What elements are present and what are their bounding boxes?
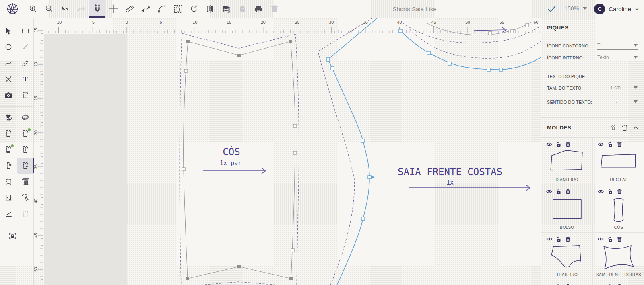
- rotate-button[interactable]: [186, 0, 202, 18]
- trash-icon[interactable]: [617, 189, 622, 195]
- collapse-chevron-up-icon[interactable]: [633, 126, 638, 129]
- add-point-button[interactable]: [105, 0, 122, 18]
- visibility-eye-icon[interactable]: [598, 236, 604, 242]
- mold-card[interactable]: CÓS: [593, 185, 644, 233]
- mold-copy-tool[interactable]: [17, 190, 33, 206]
- mold-stack-tool[interactable]: [17, 174, 33, 190]
- mold-thumbnail: [541, 149, 592, 176]
- zoom-level-select[interactable]: 150%: [563, 4, 588, 13]
- text-tool[interactable]: T: [17, 71, 33, 87]
- piques-field-row: SENTIDO DO TEXTO: →: [547, 96, 638, 106]
- sentido-do-texto-select[interactable]: →: [597, 99, 638, 106]
- mold-thumbnail: [593, 149, 644, 176]
- mold-card[interactable]: BOLSO: [541, 185, 593, 233]
- curve-edit-button[interactable]: [138, 0, 154, 18]
- svg-text:40: 40: [397, 20, 402, 25]
- mold-plain-tool[interactable]: [0, 125, 17, 141]
- mold-card[interactable]: REC LAT: [593, 138, 644, 185]
- toolbar: Shorts Saia Like 150% C Caroline: [0, 0, 644, 18]
- mold-side-piece-tool[interactable]: [0, 158, 17, 174]
- chevron-down-icon: [634, 100, 638, 103]
- lock-icon[interactable]: [607, 284, 613, 285]
- piece-cos-label: CÓS: [223, 146, 240, 158]
- mold-select-tool[interactable]: [17, 158, 33, 174]
- mold-name: DIANTEIRO: [541, 178, 592, 182]
- mold-large-view-icon[interactable]: [621, 124, 628, 131]
- mirror-button[interactable]: [202, 0, 218, 18]
- zoom-out-button[interactable]: [41, 0, 57, 18]
- base-mold-tool[interactable]: [17, 87, 33, 103]
- visibility-eye-icon[interactable]: [546, 283, 552, 285]
- lock-icon[interactable]: [607, 236, 613, 242]
- measure-tape-tool[interactable]: [17, 109, 33, 125]
- piece-cos[interactable]: CÓS 1x par: [180, 33, 299, 285]
- photo-tool[interactable]: [0, 87, 17, 103]
- select-mold-area-button[interactable]: [170, 0, 186, 18]
- snap-magnet-button[interactable]: [89, 0, 105, 18]
- lock-area-tool[interactable]: [4, 228, 21, 244]
- piques-field-row: TEXTO DO PIQUE:: [547, 71, 638, 80]
- print-button[interactable]: [250, 0, 266, 18]
- delete-point-tool[interactable]: [0, 71, 17, 87]
- svg-text:-5: -5: [91, 20, 95, 25]
- mold-small-view-icon[interactable]: [611, 125, 616, 131]
- pencil-tool[interactable]: [17, 55, 33, 71]
- svg-text:15: 15: [227, 20, 231, 25]
- visibility-eye-icon[interactable]: [546, 141, 552, 147]
- trash-icon[interactable]: [617, 284, 622, 285]
- line-tool[interactable]: [17, 39, 33, 55]
- lock-icon[interactable]: [607, 189, 613, 195]
- lock-icon[interactable]: [556, 236, 561, 242]
- mold-marked-dot-tool[interactable]: [0, 141, 17, 158]
- zoom-in-button[interactable]: [25, 0, 41, 18]
- axis-points-tool[interactable]: [0, 206, 17, 222]
- visibility-eye-icon[interactable]: [598, 283, 604, 285]
- icone-contorno-select[interactable]: T: [597, 43, 638, 50]
- mold-centerline-tool[interactable]: [17, 141, 33, 158]
- user-menu[interactable]: C Caroline: [594, 4, 639, 14]
- lock-icon[interactable]: [556, 141, 561, 147]
- mold-add-tool: [17, 206, 33, 222]
- notch-pique-marker[interactable]: [371, 176, 375, 179]
- pattern-canvas[interactable]: -10-505101520253035404550556015202530354…: [34, 18, 541, 285]
- visibility-eye-icon[interactable]: [546, 189, 552, 195]
- lock-icon[interactable]: [556, 284, 561, 285]
- mold-card[interactable]: [541, 280, 593, 285]
- svg-text:10: 10: [193, 20, 198, 25]
- tam-do-texto-select[interactable]: 1 cm: [597, 85, 638, 92]
- mold-approve-tool[interactable]: [0, 109, 17, 125]
- mold-card[interactable]: DIANTEIRO: [541, 138, 593, 185]
- circle-tool[interactable]: [0, 39, 17, 55]
- mold-card[interactable]: TRASEIRO: [541, 233, 593, 280]
- fabric-stack-button[interactable]: [218, 0, 234, 18]
- trash-icon[interactable]: [617, 236, 622, 242]
- app-logo-icon[interactable]: [0, 0, 25, 18]
- mold-rotate-tool[interactable]: [0, 190, 17, 206]
- mold-new-dot-tool[interactable]: [17, 125, 33, 141]
- mold-card[interactable]: [593, 280, 644, 285]
- icone-interno-select[interactable]: Texto: [597, 55, 638, 62]
- select-cursor-tool[interactable]: [0, 23, 17, 39]
- corner-curve-button[interactable]: [154, 0, 170, 18]
- undo-button[interactable]: [57, 0, 73, 18]
- lock-icon[interactable]: [556, 189, 561, 195]
- piques-field-row: ÍCONE INTERNO: Texto: [547, 52, 638, 62]
- trash-icon[interactable]: [617, 141, 622, 147]
- visibility-eye-icon[interactable]: [598, 189, 604, 195]
- trash-icon[interactable]: [565, 141, 571, 147]
- mold-split-tool[interactable]: [0, 174, 17, 190]
- piece-saia-frente-costas[interactable]: SAIA FRENTE COSTAS 1x: [318, 18, 541, 285]
- measure-ruler-button[interactable]: [122, 0, 138, 18]
- trash-icon[interactable]: [565, 284, 571, 285]
- mold-card[interactable]: SAIA FRENTE COSTAS: [593, 233, 644, 280]
- trash-icon[interactable]: [565, 189, 571, 195]
- visibility-eye-icon[interactable]: [546, 236, 552, 242]
- trash-icon[interactable]: [565, 236, 571, 242]
- curve-tool[interactable]: [0, 55, 17, 71]
- lock-icon[interactable]: [607, 141, 613, 147]
- texto-do-pique-input[interactable]: [597, 73, 638, 80]
- delete-button: [266, 0, 283, 18]
- visibility-eye-icon[interactable]: [598, 141, 604, 147]
- svg-text:25: 25: [295, 20, 300, 25]
- rectangle-tool[interactable]: [17, 23, 33, 39]
